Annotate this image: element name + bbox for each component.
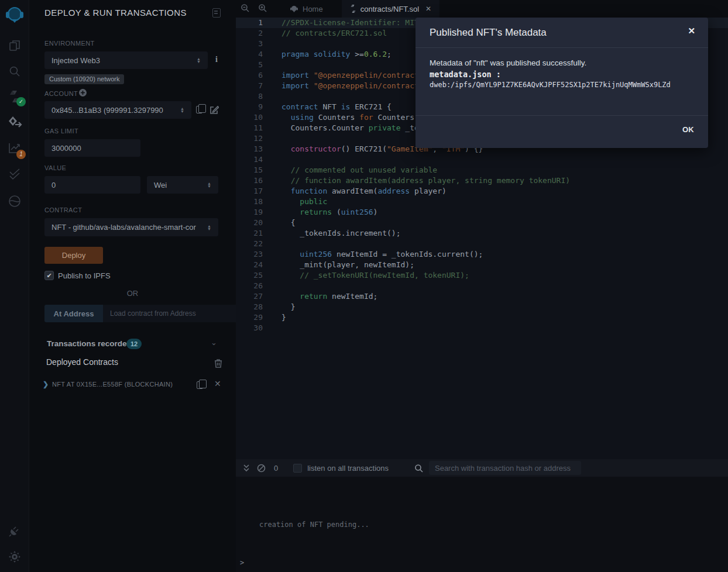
expand-terminal-icon[interactable] xyxy=(243,464,250,472)
line-number: 26 xyxy=(236,281,272,291)
plugin-manager-icon[interactable] xyxy=(0,522,29,540)
modal-body: Metadata of "nft" was published successf… xyxy=(415,49,708,116)
code-line-15[interactable]: 15 // commented out unused variable xyxy=(236,165,728,175)
contract-select[interactable]: NFT - github/ava-labs/avalanche-smart-co… xyxy=(44,218,218,236)
modal-ipfs-hash: dweb:/ipfs/QmYL9P1Z7KE6AQvKJPFF52SX1p2TE… xyxy=(430,81,671,89)
remix-ide-window: ✓ 1 DEPLOY & RUN TRANSACTIONS ENVIRONMEN… xyxy=(0,0,728,572)
code-line-29[interactable]: 29} xyxy=(236,312,728,323)
publish-ipfs-checkbox[interactable]: ✔ xyxy=(44,271,54,280)
code-line-24[interactable]: 24 _mint(player, newItemId); xyxy=(236,260,728,270)
modal-title: Published NFT's Metadata xyxy=(430,27,547,39)
search-icon[interactable] xyxy=(0,62,29,81)
code-line-14[interactable]: 14 xyxy=(236,154,728,165)
clear-console-icon[interactable] xyxy=(257,464,266,473)
account-value: 0x845...B1aB3 (999991.3297990 xyxy=(51,106,163,115)
chevron-updown-icon: ▲▼ xyxy=(207,225,211,230)
environment-select[interactable]: Injected Web3 ▲▼ xyxy=(44,51,208,69)
deployed-contract-label: NFT AT 0X15E...E558F (BLOCKCHAIN) xyxy=(52,381,173,388)
unit-testing-icon[interactable] xyxy=(0,165,29,184)
value-input[interactable]: 0 xyxy=(44,176,140,194)
value-amount: 0 xyxy=(51,181,56,189)
file-explorer-icon[interactable] xyxy=(0,36,29,55)
gas-limit-input[interactable]: 3000000 xyxy=(44,139,140,157)
value-unit-select[interactable]: Wei ▲▼ xyxy=(147,176,218,194)
code-line-26[interactable]: 26 xyxy=(236,281,728,291)
transactions-recorded-row[interactable]: Transactions recorded 12 ⌄ xyxy=(29,338,236,351)
close-tab-icon[interactable]: ✕ xyxy=(425,5,431,13)
gas-limit-value: 3000000 xyxy=(51,144,81,153)
account-select[interactable]: 0x845...B1aB3 (999991.3297990 ▲▼ xyxy=(44,101,191,119)
code-line-20[interactable]: 20 { xyxy=(236,218,728,228)
expand-caret-icon[interactable]: ❯ xyxy=(43,380,49,388)
at-address-input[interactable] xyxy=(103,305,248,322)
code-line-27[interactable]: 27 return newItemId; xyxy=(236,291,728,302)
code-line-18[interactable]: 18 public xyxy=(236,197,728,207)
transactions-recorded-label: Transactions recorded xyxy=(47,339,132,348)
account-label: ACCOUNT xyxy=(44,90,78,97)
publish-ipfs-label: Publish to IPFS xyxy=(58,271,111,280)
listen-all-checkbox[interactable] xyxy=(293,464,302,473)
ok-button[interactable]: OK xyxy=(682,125,694,134)
at-address-button[interactable]: At Address xyxy=(44,305,103,322)
code-line-16[interactable]: 16 // function awardItem(address player,… xyxy=(236,175,728,186)
modal-close-icon[interactable]: ✕ xyxy=(688,26,695,36)
environment-info-icon[interactable]: i xyxy=(215,55,218,64)
copy-account-icon[interactable] xyxy=(196,106,202,113)
panel-title: DEPLOY & RUN TRANSACTIONS xyxy=(44,8,187,18)
tab-nft-sol[interactable]: contracts/NFT.sol ✕ xyxy=(342,0,439,18)
copy-address-icon[interactable] xyxy=(197,381,203,389)
documentation-icon[interactable] xyxy=(212,8,221,18)
analytics-icon[interactable]: 1 xyxy=(0,138,29,158)
tab-home[interactable]: Home xyxy=(281,0,331,18)
plugin-circle-icon[interactable] xyxy=(0,192,29,211)
line-number: 12 xyxy=(236,133,272,144)
code-line-28[interactable]: 28 } xyxy=(236,302,728,312)
deploy-run-panel: DEPLOY & RUN TRANSACTIONS ENVIRONMENT In… xyxy=(29,0,236,572)
remix-logo[interactable] xyxy=(0,4,29,27)
line-number: 4 xyxy=(236,49,272,60)
value-unit: Wei xyxy=(154,181,167,189)
terminal-search-input[interactable] xyxy=(429,461,581,475)
deployed-contracts-header: Deployed Contracts xyxy=(46,357,118,367)
solidity-compiler-icon[interactable]: ✓ xyxy=(0,87,29,106)
code-line-25[interactable]: 25 // _setTokenURI(newItemId, tokenURI); xyxy=(236,270,728,281)
line-number: 29 xyxy=(236,312,272,323)
chevron-updown-icon: ▲▼ xyxy=(180,107,184,113)
terminal-toolbar: 0 listen on all transactions xyxy=(236,459,728,477)
editor-tabbar: Home contracts/NFT.sol ✕ xyxy=(236,0,728,18)
zoom-out-icon[interactable] xyxy=(236,4,253,14)
pending-count: 0 xyxy=(274,464,278,473)
deployed-contract-item[interactable]: ❯ NFT AT 0X15E...E558F (BLOCKCHAIN) ✕ xyxy=(29,379,236,391)
deploy-button[interactable]: Deploy xyxy=(44,247,103,264)
code-line-21[interactable]: 21 _tokenIds.increment(); xyxy=(236,228,728,239)
line-number: 17 xyxy=(236,186,272,197)
line-number: 18 xyxy=(236,197,272,207)
deploy-run-icon[interactable] xyxy=(0,112,29,133)
modal-header: Published NFT's Metadata ✕ xyxy=(415,18,708,48)
terminal-prompt[interactable]: > xyxy=(240,559,244,567)
line-number: 14 xyxy=(236,154,272,165)
published-metadata-modal: Published NFT's Metadata ✕ Metadata of "… xyxy=(415,18,708,148)
chevron-down-icon[interactable]: ⌄ xyxy=(211,338,217,347)
line-number: 21 xyxy=(236,228,272,239)
add-account-icon[interactable] xyxy=(78,88,87,99)
zoom-in-icon[interactable] xyxy=(253,4,271,14)
network-badge: Custom (10920) network xyxy=(44,74,124,84)
line-number: 27 xyxy=(236,291,272,302)
code-line-17[interactable]: 17 function awardItem(address player) xyxy=(236,186,728,197)
transactions-count-badge: 12 xyxy=(126,339,142,349)
terminal-log: creation of NFT pending... xyxy=(259,521,369,529)
settings-icon[interactable] xyxy=(0,547,29,566)
code-line-23[interactable]: 23 uint256 newItemId = _tokenIds.current… xyxy=(236,249,728,260)
code-line-22[interactable]: 22 xyxy=(236,239,728,249)
line-number: 13 xyxy=(236,144,272,154)
line-number: 19 xyxy=(236,207,272,218)
code-line-30[interactable]: 30 xyxy=(236,323,728,333)
environment-value: Injected Web3 xyxy=(51,56,100,65)
remove-contract-icon[interactable]: ✕ xyxy=(214,379,221,388)
edit-account-icon[interactable] xyxy=(210,105,219,117)
modal-footer: OK xyxy=(415,116,708,148)
code-line-19[interactable]: 19 returns (uint256) xyxy=(236,207,728,218)
compiler-success-badge: ✓ xyxy=(16,97,26,106)
trash-icon[interactable] xyxy=(214,359,222,370)
